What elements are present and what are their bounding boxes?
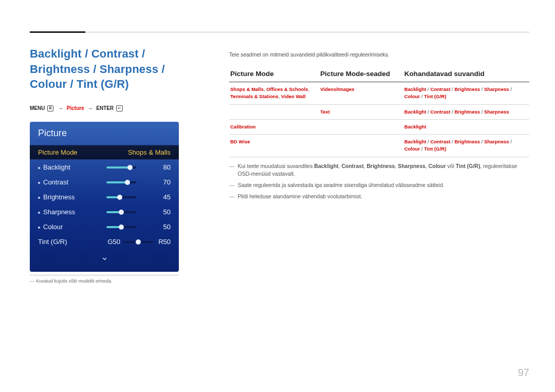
table-row: BD WiseBacklight / Contrast / Brightness… (229, 135, 529, 157)
slider-handle[interactable] (125, 180, 130, 185)
intro-text: Teie seadmel on mitmeid suvandeid pildik… (229, 51, 529, 58)
table-cell (319, 135, 403, 157)
footnote: ―Kuvatud kujutis võib mudeliti erineda. (30, 278, 205, 284)
slider[interactable] (106, 211, 136, 213)
slider-label: Contrast (43, 178, 68, 186)
note-line: ―Kui teete muudatusi suvandites Backligh… (229, 162, 529, 179)
page-title: Backlight / Contrast / Brightness / Shar… (30, 46, 205, 92)
slider-row[interactable]: Backlight80 (30, 160, 179, 175)
slider-row[interactable]: Colour50 (30, 219, 179, 234)
notes-list: ―Kui teete muudatusi suvandites Backligh… (229, 162, 529, 201)
slider-label: Brightness (43, 193, 75, 201)
slider-value: 50 (153, 223, 171, 231)
slider-handle[interactable] (119, 225, 124, 230)
menu-picture: Picture (67, 105, 84, 111)
slider-row[interactable]: Sharpness50 (30, 204, 179, 219)
panel-title: Picture (30, 122, 179, 145)
tint-row[interactable]: Tint (G/R) G50 R50 (30, 234, 179, 249)
table-cell: Backlight / Contrast / Brightness / Shar… (403, 135, 529, 157)
slider-value: 50 (153, 208, 171, 216)
settings-table: Picture Mode Picture Mode-seaded Kohanda… (229, 68, 529, 157)
table-cell: Backlight (403, 119, 529, 134)
footnote-text: Kuvatud kujutis võib mudeliti erineda. (36, 278, 113, 284)
slider-value: 80 (153, 163, 171, 171)
arrow-icon: → (87, 105, 92, 111)
tint-left-value: G50 (89, 238, 123, 246)
tint-slider[interactable] (123, 241, 153, 243)
menu-icon: Ⅲ (47, 105, 53, 111)
menu-path: MENU Ⅲ → Picture → ENTER ↵ (30, 105, 205, 111)
table-row: Shops & Malls, Offices & Schools, Termin… (229, 82, 529, 105)
table-cell (319, 119, 403, 134)
table-header-3: Kohandatavad suvandid (403, 68, 529, 82)
slider-handle[interactable] (119, 210, 124, 215)
slider-handle[interactable] (136, 239, 141, 245)
table-cell (229, 104, 319, 119)
table-cell: Calibration (229, 119, 319, 134)
table-row: TextBacklight / Contrast / Brightness / … (229, 104, 529, 119)
slider-handle[interactable] (117, 195, 122, 200)
divider (30, 275, 179, 275)
slider[interactable] (106, 196, 136, 198)
slider-row[interactable]: Brightness45 (30, 190, 179, 204)
slider-label: Colour (43, 223, 63, 231)
slider-label: Sharpness (43, 208, 75, 216)
enter-icon: ↵ (116, 105, 123, 111)
note-line: ―Pildi heleduse alandamine vähendab vool… (229, 193, 529, 201)
slider[interactable] (106, 166, 136, 169)
picture-panel: Picture Picture Mode Shops & Malls Backl… (30, 122, 179, 272)
table-cell: Backlight / Contrast / Brightness / Shar… (403, 82, 529, 105)
table-cell: Shops & Malls, Offices & Schools, Termin… (229, 82, 319, 105)
slider-row[interactable]: Contrast70 (30, 175, 179, 190)
table-header-1: Picture Mode (229, 68, 319, 82)
slider[interactable] (106, 226, 136, 228)
tint-right-value: R50 (153, 238, 171, 246)
picture-mode-value: Shops & Malls (128, 148, 171, 156)
table-header-2: Picture Mode-seaded (319, 68, 403, 82)
page-number: 97 (518, 367, 529, 379)
slider-value: 45 (153, 193, 171, 201)
picture-mode-row[interactable]: Picture Mode Shops & Malls (30, 145, 179, 160)
table-cell: Text (319, 104, 403, 119)
arrow-icon: → (58, 105, 63, 111)
slider-handle[interactable] (127, 165, 133, 170)
horizontal-rule (30, 32, 529, 32)
table-cell: BD Wise (229, 135, 319, 157)
enter-label: ENTER (96, 105, 114, 111)
note-line: ―Saate reguleerida ja salvestada iga sea… (229, 181, 529, 190)
slider[interactable] (106, 181, 136, 183)
table-row: CalibrationBacklight (229, 119, 529, 134)
slider-value: 70 (153, 178, 171, 186)
horizontal-rule-accent (30, 31, 85, 33)
table-cell: Videos/Images (319, 82, 403, 105)
chevron-down-icon[interactable]: ⌄ (30, 249, 179, 263)
picture-mode-label: Picture Mode (38, 148, 78, 156)
table-cell: Backlight / Contrast / Brightness / Shar… (403, 104, 529, 119)
slider-label: Backlight (43, 163, 70, 171)
menu-label: MENU (30, 105, 45, 111)
tint-label: Tint (G/R) (38, 238, 67, 246)
